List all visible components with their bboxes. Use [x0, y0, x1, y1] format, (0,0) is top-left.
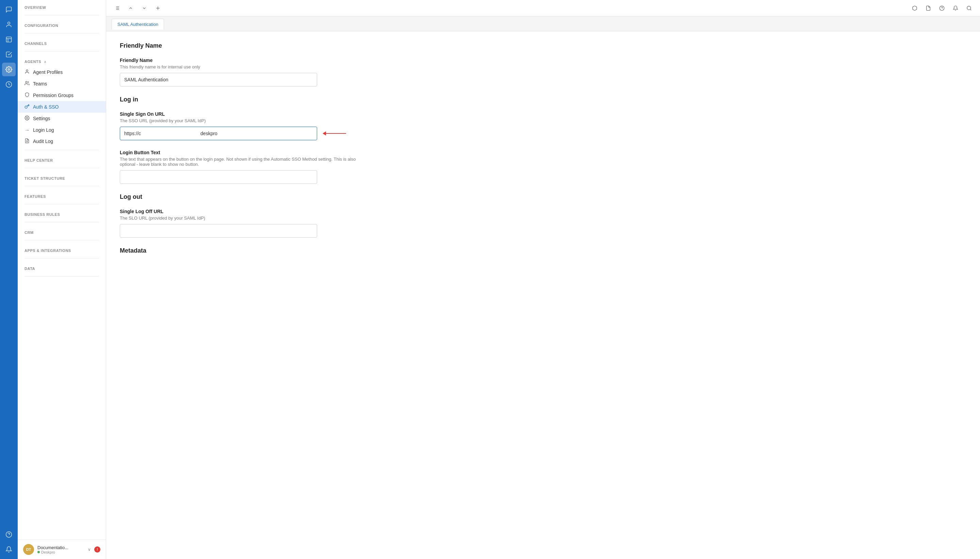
- sidebar-section-configuration: CONFIGURATION: [18, 18, 106, 30]
- svg-point-6: [26, 70, 28, 71]
- divider-agents: [25, 150, 99, 150]
- form: Friendly Name Friendly Name This friendl…: [106, 31, 378, 273]
- agent-profiles-icon: [25, 69, 30, 75]
- sidebar-section-crm: CRM: [18, 225, 106, 237]
- user-avatar: DT: [23, 544, 34, 555]
- sidebar-section-features: FEATURES: [18, 189, 106, 201]
- divider-help-center: [25, 168, 99, 168]
- slo-url-input[interactable]: [120, 224, 317, 238]
- sidebar-item-login-log[interactable]: → Login Log: [18, 124, 106, 136]
- sidebar-section-business-rules: BUSINESS RULES: [18, 207, 106, 219]
- divider-crm: [25, 240, 99, 240]
- collapse-up-button[interactable]: [125, 3, 136, 13]
- sidebar-item-audit-log[interactable]: Audit Log: [18, 136, 106, 147]
- divider-apps: [25, 258, 99, 258]
- svg-rect-1: [7, 37, 12, 42]
- divider-data: [25, 276, 99, 276]
- sidebar-section-apps: APPS & INTEGRATIONS: [18, 243, 106, 255]
- sidebar-item-label: Permission Groups: [33, 93, 74, 98]
- slo-url-group: Single Log Off URL The SLO URL (provided…: [120, 209, 365, 238]
- arrow-indicator: [323, 131, 346, 136]
- help-button[interactable]: [936, 3, 947, 13]
- sidebar-section-channels: CHANNELS: [18, 36, 106, 48]
- sidebar-item-label: Auth & SSO: [33, 104, 59, 110]
- tab-bar: SAML Authentication: [106, 17, 980, 31]
- audit-log-icon: [25, 138, 30, 144]
- logout-heading: Log out: [120, 194, 365, 200]
- expand-down-button[interactable]: [139, 3, 150, 13]
- login-button-text-input[interactable]: [120, 170, 317, 184]
- sidebar-section-help-center: HELP CENTER: [18, 153, 106, 165]
- friendly-name-heading: Friendly Name: [120, 42, 365, 50]
- reports-nav-icon[interactable]: [2, 33, 16, 46]
- sidebar-item-label: Settings: [33, 116, 50, 121]
- status-dot: [38, 551, 40, 553]
- user-name: Documentatio...: [38, 545, 84, 550]
- login-button-text-label: Login Button Text: [120, 150, 365, 155]
- tasks-nav-icon[interactable]: [2, 48, 16, 61]
- notifications-nav-icon[interactable]: [2, 542, 16, 556]
- search-button[interactable]: [964, 3, 975, 13]
- settings-nav-icon[interactable]: [2, 63, 16, 76]
- sidebar-item-auth-sso[interactable]: Auth & SSO: [18, 101, 106, 113]
- login-button-text-desc: The text that appears on the button on t…: [120, 157, 365, 167]
- user-org: Deskpro: [38, 550, 84, 554]
- sidebar-item-label: Agent Profiles: [33, 69, 63, 75]
- settings-item-icon: [25, 116, 30, 122]
- notification-badge: !: [94, 546, 101, 552]
- sidebar-item-permission-groups[interactable]: Permission Groups: [18, 89, 106, 101]
- content-area: Friendly Name Friendly Name This friendl…: [106, 31, 980, 559]
- extensions-button[interactable]: [909, 3, 920, 13]
- list-view-button[interactable]: [112, 3, 122, 13]
- svg-point-0: [8, 22, 10, 25]
- login-log-icon: →: [25, 127, 30, 133]
- contacts-nav-icon[interactable]: [2, 18, 16, 31]
- svg-point-21: [967, 6, 971, 10]
- svg-point-8: [26, 117, 28, 119]
- svg-line-22: [970, 9, 971, 10]
- icon-bar: [0, 0, 18, 559]
- login-heading: Log in: [120, 96, 365, 103]
- friendly-name-input[interactable]: [120, 73, 317, 86]
- bell-button[interactable]: [950, 3, 961, 13]
- slo-url-desc: The SLO URL (provided by your SAML IdP): [120, 215, 365, 221]
- sidebar: OVERVIEW CONFIGURATION CHANNELS AGENTS ∧…: [18, 0, 106, 559]
- sidebar-item-settings[interactable]: Settings: [18, 113, 106, 124]
- help-nav-icon[interactable]: [2, 528, 16, 541]
- billing-nav-icon[interactable]: [2, 78, 16, 91]
- org-name: Deskpro: [41, 550, 55, 554]
- docs-button[interactable]: [923, 3, 934, 13]
- tab-saml-authentication[interactable]: SAML Authentication: [112, 19, 164, 30]
- add-tab-button[interactable]: [152, 3, 163, 13]
- sso-url-desc: The SSO URL (provided by your SAML IdP): [120, 118, 365, 123]
- sidebar-section-overview: OVERVIEW: [18, 0, 106, 12]
- slo-url-label: Single Log Off URL: [120, 209, 365, 214]
- sidebar-item-teams[interactable]: Teams: [18, 78, 106, 89]
- sidebar-section-data: DATA: [18, 261, 106, 273]
- sidebar-item-label: Teams: [33, 81, 47, 86]
- divider-configuration: [25, 33, 99, 33]
- topbar-right: [909, 3, 975, 13]
- svg-point-2: [8, 69, 10, 71]
- topbar: [106, 0, 980, 17]
- sidebar-user[interactable]: DT Documentatio... Deskpro ∨ !: [18, 539, 106, 559]
- sidebar-item-agent-profiles[interactable]: Agent Profiles: [18, 66, 106, 78]
- divider-ticket-structure: [25, 186, 99, 186]
- sidebar-section-ticket-structure: TICKET STRUCTURE: [18, 171, 106, 183]
- sidebar-item-label: Audit Log: [33, 139, 53, 144]
- sidebar-item-label: Login Log: [33, 127, 54, 133]
- teams-icon: [25, 81, 30, 87]
- main-area: SAML Authentication Friendly Name Friend…: [106, 0, 980, 559]
- friendly-name-desc: This friendly name is for internal use o…: [120, 64, 365, 69]
- arrow-shaft: [326, 133, 346, 134]
- divider-business-rules: [25, 222, 99, 222]
- user-chevron-icon[interactable]: ∨: [88, 547, 91, 552]
- chat-nav-icon[interactable]: [2, 3, 16, 17]
- sso-url-input[interactable]: [120, 127, 317, 140]
- auth-sso-icon: [25, 104, 30, 110]
- arrow-line: [323, 131, 346, 136]
- user-info: Documentatio... Deskpro: [38, 545, 84, 554]
- friendly-name-group: Friendly Name This friendly name is for …: [120, 58, 365, 86]
- svg-point-7: [26, 81, 27, 83]
- friendly-name-label: Friendly Name: [120, 58, 365, 63]
